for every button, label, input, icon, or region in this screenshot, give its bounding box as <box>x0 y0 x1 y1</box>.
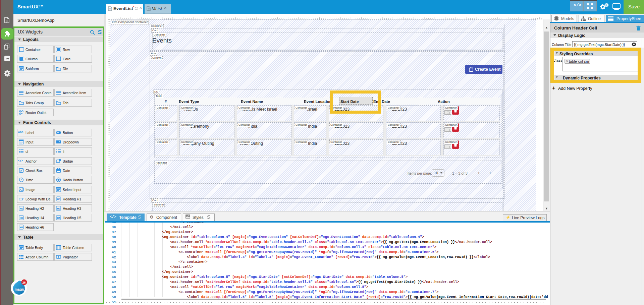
svg-text:H2: H2 <box>20 207 23 210</box>
svg-text:H1: H1 <box>57 198 61 201</box>
svg-text:H6: H6 <box>20 226 23 229</box>
svg-text:26: 26 <box>22 281 26 284</box>
svg-text:H5: H5 <box>57 217 61 220</box>
svg-text:magic: magic <box>15 287 25 291</box>
svg-text:H4: H4 <box>20 217 23 220</box>
svg-text:H3: H3 <box>57 207 61 210</box>
